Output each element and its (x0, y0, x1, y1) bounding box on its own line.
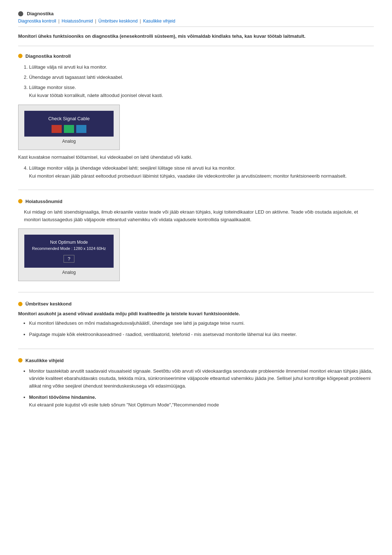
section-umbritsev: Ümbritsev keskkond Monitori asukoht ja a… (18, 301, 374, 349)
section-kasulikke: Kasulikke vihjeid Monitor taastekitab ar… (18, 358, 374, 409)
monitor-box-label-1: Analog (24, 139, 114, 144)
page-title: Diagnostika (27, 11, 54, 16)
header-circle-icon (18, 11, 23, 16)
section1-header: Diagnostika kontroll (18, 53, 374, 59)
nav-link-hoiatus[interactable]: Hoiatussõnumid (62, 19, 93, 24)
nav-sep-2: | (95, 19, 96, 24)
section3-bullets: Kui monitori läheduses on mõni madalsage… (18, 319, 374, 338)
monitor-screen-title-1: Check Signal Cable (32, 116, 106, 121)
color-block-green (64, 125, 74, 133)
section2-title: Hoiatussõnumid (25, 199, 62, 204)
color-block-blue (76, 125, 86, 133)
section3-title: Ümbritsev keskkond (25, 301, 72, 307)
section2-text: Kui midagi on lahti sisendsignaaliga, il… (18, 208, 374, 224)
section3-header: Ümbritsev keskkond (18, 301, 374, 307)
section4-bullet-1: Monitor taastekitab arvutilt saadavaid v… (29, 368, 374, 390)
step-4: Lülitage monitor välja ja ühendage video… (29, 164, 374, 180)
monitor-box-label-2: Analog (24, 270, 114, 275)
section1-title: Diagnostika kontroll (25, 53, 71, 59)
section2-header: Hoiatussõnumid (18, 199, 374, 204)
monitor-screen-title-2: Not Optimum Mode (32, 240, 106, 245)
nav-links: Diagnostika kontroll | Hoiatussõnumid | … (18, 19, 374, 27)
step-2: Ühendage arvuti tagaasast lahti videokaa… (29, 73, 374, 81)
nav-sep-3: | (140, 19, 141, 24)
intro-text: Monitori üheks funktsiooniks on diagnost… (18, 33, 374, 46)
section3-bold: Monitori asukoht ja asend võivad avaldad… (18, 311, 374, 316)
section2-icon (18, 199, 23, 203)
section-diagnostika: Diagnostika kontroll Lülitage välja nii … (18, 53, 374, 190)
section1-icon (18, 54, 23, 58)
section-hoiatus: Hoiatussõnumid Kui midagi on lahti sisen… (18, 199, 374, 293)
monitor-box-1-wrapper: Check Signal Cable Analog (18, 105, 374, 150)
step-1: Lülitage välja nii arvuti kui ka monitor… (29, 63, 374, 71)
section4-header: Kasulikke vihjeid (18, 358, 374, 363)
nav-sep-1: | (58, 19, 60, 24)
monitor-screen-1: Check Signal Cable (24, 111, 114, 137)
monitor-box-2-wrapper: Not Optimum Mode Recommended Mode : 1280… (18, 228, 374, 281)
nav-link-umbritsev[interactable]: Ümbritsev keskkond (98, 19, 138, 24)
monitor-screen-2: Not Optimum Mode Recommended Mode : 1280… (24, 235, 114, 268)
monitor-box-1: Check Signal Cable Analog (18, 105, 120, 150)
step3-sub: Kui kuvar töötab korralikult, näete allt… (29, 93, 163, 98)
monitor-color-blocks (32, 125, 106, 133)
section3-bullet-2: Paigutage mujale kõik elektroonikaseadme… (29, 331, 374, 339)
section4-bullet2-normal: Kui ekraanil pole kujutist või esile tul… (29, 402, 219, 408)
section4-title: Kasulikke vihjeid (25, 358, 64, 363)
step4-list: Lülitage monitor välja ja ühendage video… (18, 164, 374, 180)
section3-icon (18, 302, 23, 306)
section1-steps: Lülitage välja nii arvuti kui ka monitor… (18, 63, 374, 100)
monitor-screen-sub-2: Recommended Mode : 1280 x 1024 60Hz (32, 246, 106, 251)
nav-link-kasulikke[interactable]: Kasulikke vihjeid (143, 19, 175, 24)
section4-bullets: Monitor taastekitab arvutilt saadavaid v… (18, 368, 374, 409)
step-3: Lülitage monitor sisse. Kui kuvar töötab… (29, 84, 374, 100)
nav-link-diagnostika[interactable]: Diagnostika kontroll (18, 19, 56, 24)
section4-icon (18, 358, 23, 362)
section1-note: Kast kuvatakse normaalsel töötamisel, ku… (18, 154, 374, 161)
color-block-red (52, 125, 62, 133)
question-box: ? (32, 255, 106, 264)
page-header: Diagnostika (18, 11, 374, 16)
monitor-box-2: Not Optimum Mode Recommended Mode : 1280… (18, 228, 120, 281)
step4-sub: Kui monitori ekraan jääb pärast eeltoodu… (29, 173, 347, 179)
section4-bullet-2: Monitori töövõime hindamine. Kui ekraani… (29, 394, 374, 409)
section3-bullet-1: Kui monitori läheduses on mõni madalsage… (29, 319, 374, 327)
section4-bullet2-bold: Monitori töövõime hindamine. (29, 394, 96, 400)
